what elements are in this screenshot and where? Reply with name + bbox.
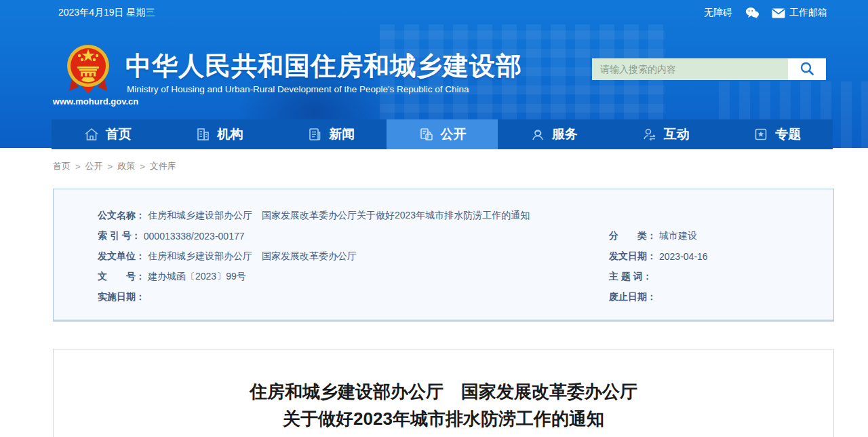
site-title: 中华人民共和国住房和城乡建设部 <box>125 49 522 83</box>
nav-tab-home[interactable]: 首页 <box>52 119 163 149</box>
news-icon <box>307 126 323 142</box>
issuing-unit-value: 住房和城乡建设部办公厅 国家发展改革委办公厅 <box>148 250 357 263</box>
breadcrumb-separator: > <box>108 162 113 172</box>
search-icon <box>800 61 814 78</box>
breadcrumb-document-library[interactable]: 文件库 <box>150 160 176 172</box>
disclosure-icon <box>418 126 435 142</box>
nav-tab-topics[interactable]: 专题 <box>721 119 833 149</box>
breadcrumb-policy[interactable]: 政策 <box>117 160 135 172</box>
nav-tab-interaction[interactable]: 互动 <box>610 119 722 149</box>
site-url: www.mohurd.gov.cn <box>50 96 141 107</box>
index-no-value: 000013338/2023-00177 <box>144 231 245 242</box>
doc-number-label: 文 号： <box>98 271 145 283</box>
issue-date-value: 2023-04-16 <box>659 251 708 262</box>
repeal-date-label: 废止日期： <box>609 291 656 303</box>
work-mailbox-link[interactable]: 工作邮箱 <box>772 7 827 19</box>
meta-row-impl-repeal: 实施日期： 废止日期： <box>98 287 806 307</box>
breadcrumb: 首页 > 公开 > 政策 > 文件库 <box>53 160 868 172</box>
service-icon <box>530 126 546 142</box>
envelope-icon <box>772 8 785 18</box>
nav-tab-label: 专题 <box>775 126 801 143</box>
current-date: 2023年4月19日 星期三 <box>58 7 155 19</box>
document-content-box: 住房和城乡建设部办公厅 国家发展改革委办公厅 关于做好2023年城市排水防涝工作… <box>53 349 834 437</box>
nav-tab-label: 互动 <box>664 126 690 143</box>
breadcrumb-separator: > <box>140 162 145 172</box>
keywords-label: 主 题 词： <box>609 271 652 283</box>
topics-icon <box>753 126 769 142</box>
document-title-line2: 关于做好2023年城市排水防涝工作的通知 <box>54 405 833 432</box>
doc-name-label: 公文名称： <box>98 210 145 222</box>
nav-tab-news[interactable]: 新闻 <box>275 119 387 149</box>
search-button[interactable] <box>788 58 826 80</box>
national-emblem-logo <box>65 43 111 99</box>
breadcrumb-separator: > <box>75 162 81 172</box>
building-icon <box>195 126 211 142</box>
nav-tab-label: 新闻 <box>329 126 355 143</box>
category-label: 分 类： <box>609 230 656 242</box>
top-utility-bar: 2023年4月19日 星期三 无障碍 <box>0 0 868 26</box>
nav-tab-label: 首页 <box>106 126 132 143</box>
search-input[interactable] <box>592 58 788 80</box>
interaction-icon <box>642 126 658 142</box>
site-header: 2023年4月19日 星期三 无障碍 <box>0 0 868 149</box>
meta-row-number-keywords: 文 号： 建办城函〔2023〕99号 主 题 词： <box>98 267 806 287</box>
breadcrumb-disclosure[interactable]: 公开 <box>85 160 103 172</box>
doc-name-value: 住房和城乡建设部办公厅 国家发展改革委办公厅关于做好2023年城市排水防涝工作的… <box>148 210 530 222</box>
nav-tab-disclosure[interactable]: 公开 <box>387 119 498 149</box>
site-search <box>592 58 826 80</box>
impl-date-label: 实施日期： <box>98 291 145 303</box>
breadcrumb-home[interactable]: 首页 <box>53 160 71 172</box>
document-metadata-box: 公文名称： 住房和城乡建设部办公厅 国家发展改革委办公厅关于做好2023年城市排… <box>53 189 834 322</box>
meta-row-doc-name: 公文名称： 住房和城乡建设部办公厅 国家发展改革委办公厅关于做好2023年城市排… <box>98 206 806 226</box>
accessibility-link[interactable]: 无障碍 <box>704 7 732 19</box>
index-no-label: 索 引 号： <box>98 230 141 242</box>
category-value: 城市建设 <box>659 230 697 242</box>
nav-tab-services[interactable]: 服务 <box>498 119 610 149</box>
issuing-unit-label: 发文单位： <box>98 250 145 263</box>
issue-date-label: 发文日期： <box>609 250 656 263</box>
meta-row-index-category: 索 引 号： 000013338/2023-00177 分 类： 城市建设 <box>98 226 806 246</box>
nav-tab-label: 服务 <box>552 126 578 143</box>
nav-tab-label: 公开 <box>441 126 467 143</box>
nav-tab-label: 机构 <box>217 126 243 143</box>
wechat-icon[interactable] <box>745 7 760 19</box>
document-title-line1: 住房和城乡建设部办公厅 国家发展改革委办公厅 <box>54 378 833 405</box>
nav-tab-institutions[interactable]: 机构 <box>163 119 275 149</box>
main-nav: 首页 机构 新闻 <box>52 119 833 149</box>
home-icon <box>83 126 100 142</box>
site-title-english: Ministry of Housing and Urban-Rural Deve… <box>127 84 469 94</box>
meta-row-unit-date: 发文单位： 住房和城乡建设部办公厅 国家发展改革委办公厅 发文日期： 2023-… <box>98 246 806 267</box>
doc-number-value: 建办城函〔2023〕99号 <box>148 271 246 283</box>
